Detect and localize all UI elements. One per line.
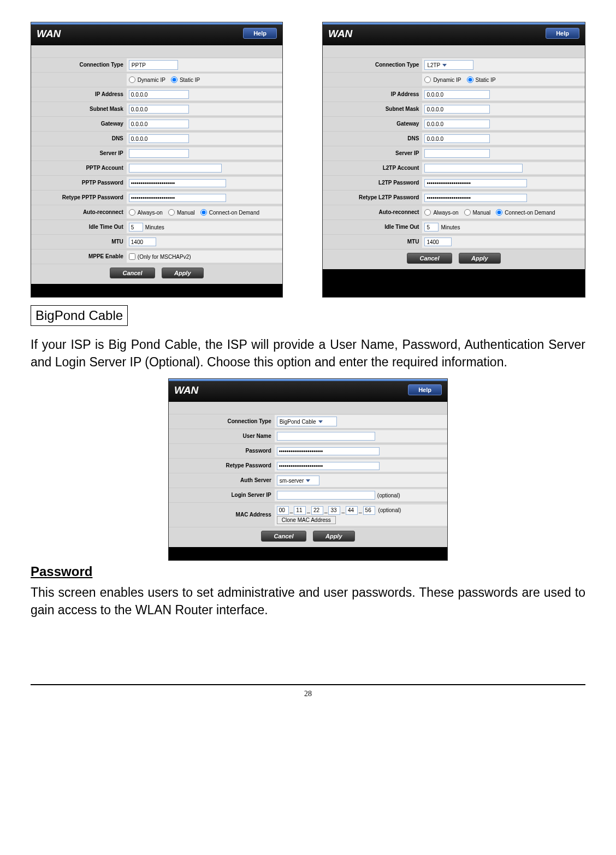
always-on-radio[interactable] (424, 209, 431, 216)
password-input[interactable]: ••••••••••••••••••••••• (277, 447, 380, 455)
cancel-button[interactable]: Cancel (261, 531, 306, 542)
username-label: User Name (169, 431, 275, 441)
conn-type-select[interactable]: PPTP (129, 60, 178, 70)
wan-l2tp-panel: WAN Help Connection Type L2TP Dynamic IP… (322, 22, 585, 298)
chevron-down-icon (442, 64, 447, 67)
chevron-down-icon (306, 479, 310, 482)
subnet-input[interactable] (129, 105, 189, 114)
dynamic-ip-radio[interactable] (129, 76, 135, 83)
account-label: PPTP Account (31, 163, 127, 173)
chevron-down-icon (318, 420, 323, 423)
mac-2[interactable] (311, 506, 323, 515)
idle-label: Idle Time Out (31, 222, 127, 232)
account-label: L2TP Account (323, 163, 422, 173)
conn-type-label: Connection Type (169, 417, 275, 426)
page-number: 28 (31, 685, 585, 703)
mppe-checkbox[interactable] (129, 253, 135, 260)
login-server-input[interactable] (277, 491, 375, 500)
dns-input[interactable] (424, 134, 490, 143)
clone-mac-button[interactable]: Clone MAC Address (277, 516, 336, 524)
mac-5[interactable] (363, 506, 375, 515)
gateway-label: Gateway (323, 119, 422, 129)
dns-label: DNS (323, 134, 422, 144)
gateway-input[interactable] (129, 120, 189, 128)
panel-title: WAN (328, 28, 352, 39)
password-description: This screen enables users to set adminis… (31, 584, 585, 619)
retype-password-label: Retype L2TP Password (323, 193, 422, 203)
idle-label: Idle Time Out (323, 222, 422, 232)
connect-on-demand-radio[interactable] (200, 209, 207, 216)
mac-label: MAC Address (169, 510, 275, 520)
connect-on-demand-radio[interactable] (496, 209, 502, 216)
apply-button[interactable]: Apply (459, 253, 501, 264)
static-ip-radio[interactable] (467, 76, 473, 83)
mtu-label: MTU (323, 237, 422, 247)
mac-0[interactable] (277, 506, 289, 515)
login-server-label: Login Server IP (169, 490, 275, 500)
mtu-input[interactable] (129, 238, 156, 246)
wan-bigpond-panel: WAN Help Connection Type BigPond Cable U… (168, 378, 448, 561)
apply-button[interactable]: Apply (162, 268, 204, 278)
cancel-button[interactable]: Cancel (110, 268, 155, 278)
auto-reconnect-label: Auto-reconnect (31, 207, 127, 217)
idle-input[interactable] (424, 223, 439, 231)
gateway-input[interactable] (424, 120, 490, 128)
ip-label: IP Address (323, 90, 422, 99)
account-input[interactable] (129, 164, 222, 173)
subnet-input[interactable] (424, 105, 490, 114)
help-button[interactable]: Help (546, 28, 579, 39)
mtu-input[interactable] (424, 238, 452, 246)
cancel-button[interactable]: Cancel (407, 253, 452, 264)
conn-type-label: Connection Type (323, 60, 422, 70)
ip-input[interactable] (424, 90, 490, 99)
dns-label: DNS (31, 134, 127, 144)
ip-label: IP Address (31, 90, 127, 99)
manual-radio[interactable] (168, 209, 175, 216)
retype-password-input[interactable]: ••••••••••••••••••••••• (424, 194, 527, 202)
serverip-input[interactable] (424, 149, 490, 158)
retype-password-input[interactable]: ••••••••••••••••••••••• (129, 194, 226, 202)
conn-type-label: Connection Type (31, 60, 127, 70)
auth-server-select[interactable]: sm-server (277, 476, 319, 485)
panel-title: WAN (37, 28, 61, 39)
static-ip-radio[interactable] (171, 76, 177, 83)
help-button[interactable]: Help (243, 28, 277, 39)
panel-title: WAN (174, 384, 198, 396)
retype-password-label: Retype PPTP Password (31, 193, 127, 203)
section-title-password: Password (31, 564, 585, 579)
password-input[interactable]: ••••••••••••••••••••••• (424, 179, 527, 187)
serverip-label: Server IP (31, 149, 127, 158)
section-title-bigpond: BigPond Cable (31, 305, 128, 326)
always-on-radio[interactable] (129, 209, 135, 216)
bigpond-description: If your ISP is Big Pond Cable, the ISP w… (31, 336, 585, 371)
mac-1[interactable] (294, 506, 306, 515)
apply-button[interactable]: Apply (313, 531, 355, 542)
retype-password-input[interactable]: ••••••••••••••••••••••• (277, 462, 380, 470)
serverip-label: Server IP (323, 149, 422, 158)
help-button[interactable]: Help (408, 384, 442, 395)
subnet-label: Subnet Mask (323, 104, 422, 114)
username-input[interactable] (277, 432, 375, 441)
wan-pptp-panel: WAN Help Connection Type PPTP Dynamic IP… (31, 22, 283, 298)
conn-type-select[interactable]: L2TP (424, 60, 473, 70)
dns-input[interactable] (129, 134, 189, 143)
idle-input[interactable] (129, 223, 143, 231)
mppe-label: MPPE Enable (31, 252, 127, 262)
password-input[interactable]: ••••••••••••••••••••••• (129, 179, 226, 187)
password-label: Password (169, 446, 275, 456)
subnet-label: Subnet Mask (31, 104, 127, 114)
mtu-label: MTU (31, 237, 127, 247)
mac-4[interactable] (346, 506, 358, 515)
ip-input[interactable] (129, 90, 189, 99)
gateway-label: Gateway (31, 119, 127, 129)
serverip-input[interactable] (129, 149, 189, 158)
auto-reconnect-label: Auto-reconnect (323, 207, 422, 217)
dynamic-ip-radio[interactable] (424, 76, 431, 83)
retype-password-label: Retype Password (169, 461, 275, 471)
conn-type-select[interactable]: BigPond Cable (277, 417, 337, 426)
mac-3[interactable] (328, 506, 340, 515)
auth-server-label: Auth Server (169, 476, 275, 485)
account-input[interactable] (424, 164, 523, 173)
password-label: PPTP Password (31, 178, 127, 188)
manual-radio[interactable] (464, 209, 471, 216)
